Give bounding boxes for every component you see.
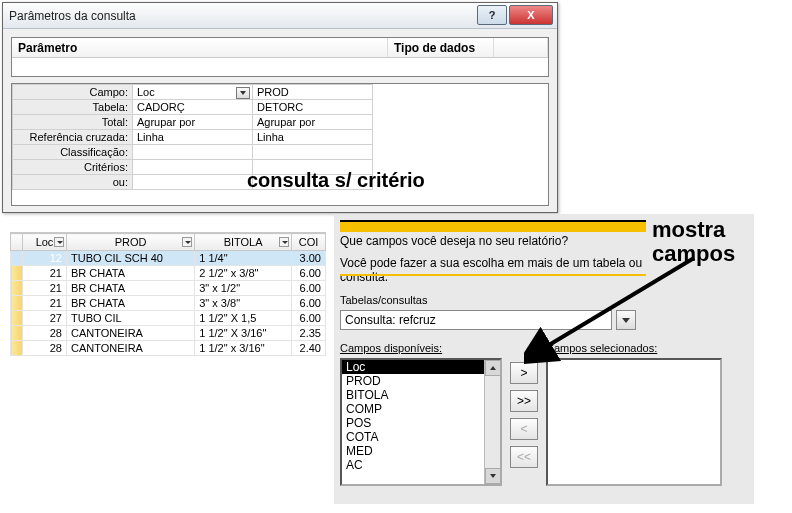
list-item[interactable]: MED (342, 444, 500, 458)
list-item[interactable]: PROD (342, 374, 500, 388)
scroll-up-icon[interactable] (485, 360, 501, 376)
cell-bitola[interactable]: 3" x 3/8" (195, 296, 292, 311)
cell-loc[interactable]: 12 (23, 251, 67, 266)
tables-combo[interactable]: Consulta: refcruz (340, 310, 612, 330)
cell-bitola[interactable]: 1 1/2" X 3/16" (195, 326, 292, 341)
annotation-text: mostra campos (652, 218, 735, 266)
cell-bitola[interactable]: 3" x 1/2" (195, 281, 292, 296)
remove-button[interactable]: < (510, 418, 538, 440)
close-button[interactable]: X (509, 5, 553, 25)
cell-prod[interactable]: TUBO CIL (67, 311, 195, 326)
scroll-down-icon[interactable] (485, 468, 501, 484)
list-item[interactable]: Loc (342, 360, 500, 374)
remove-all-button[interactable]: << (510, 446, 538, 468)
chevron-down-icon[interactable] (236, 87, 250, 99)
annotation-text: consulta s/ critério (247, 169, 425, 192)
list-item[interactable]: COMP (342, 402, 500, 416)
add-all-button[interactable]: >> (510, 390, 538, 412)
row-selector[interactable] (11, 326, 23, 341)
cell-coi[interactable]: 6.00 (292, 266, 326, 281)
cell-coi[interactable]: 3.00 (292, 251, 326, 266)
cell-coi[interactable]: 6.00 (292, 296, 326, 311)
cell-loc[interactable]: 28 (23, 341, 67, 356)
selected-fields-label: Campos selecionados: (546, 342, 657, 354)
list-item[interactable]: AC (342, 458, 500, 472)
field-cell[interactable]: PROD (253, 85, 373, 100)
col-header[interactable]: COI (292, 234, 326, 251)
row-label: Campo: (13, 85, 133, 100)
cell-coi[interactable]: 6.00 (292, 281, 326, 296)
window-title: Parâmetros da consulta (9, 9, 136, 23)
decorative-rule (340, 274, 646, 276)
parameter-grid: Parâmetro Tipo de dados (11, 37, 549, 77)
selected-fields-list[interactable] (546, 358, 722, 486)
row-selector[interactable] (11, 251, 23, 266)
tables-label: Tabelas/consultas (340, 294, 427, 306)
cell-prod[interactable]: CANTONEIRA (67, 326, 195, 341)
chevron-down-icon[interactable] (279, 237, 289, 247)
help-button[interactable]: ? (477, 5, 507, 25)
cell-prod[interactable]: TUBO CIL SCH 40 (67, 251, 195, 266)
chevron-down-icon[interactable] (182, 237, 192, 247)
cell-bitola[interactable]: 1 1/2" x 3/16" (195, 341, 292, 356)
cell-bitola[interactable]: 1 1/4" (195, 251, 292, 266)
cell-bitola[interactable]: 1 1/2" X 1,5 (195, 311, 292, 326)
row-selector[interactable] (11, 341, 23, 356)
cell-prod[interactable]: BR CHATA (67, 281, 195, 296)
datasheet[interactable]: Loc PROD BITOLA COI 12TUBO CIL SCH 401 1… (10, 232, 326, 356)
parameters-dialog: Parâmetros da consulta ? X Parâmetro Tip… (2, 2, 558, 213)
cell-loc[interactable]: 28 (23, 326, 67, 341)
titlebar: Parâmetros da consulta ? X (3, 3, 557, 29)
list-item[interactable]: BITOLA (342, 388, 500, 402)
field-cell[interactable]: Loc (133, 85, 253, 100)
row-selector[interactable] (11, 296, 23, 311)
cell-coi[interactable]: 2.40 (292, 341, 326, 356)
row-selector[interactable] (11, 281, 23, 296)
row-selector[interactable] (11, 266, 23, 281)
cell-loc[interactable]: 21 (23, 281, 67, 296)
cell-prod[interactable]: BR CHATA (67, 296, 195, 311)
col-spacer (494, 38, 548, 58)
cell-coi[interactable]: 2.35 (292, 326, 326, 341)
list-item[interactable]: COTA (342, 430, 500, 444)
cell-loc[interactable]: 27 (23, 311, 67, 326)
scrollbar[interactable] (484, 360, 500, 484)
row-selector[interactable] (11, 311, 23, 326)
cell-loc[interactable]: 21 (23, 266, 67, 281)
col-header[interactable]: PROD (67, 234, 195, 251)
chevron-down-icon[interactable] (616, 310, 636, 330)
cell-loc[interactable]: 21 (23, 296, 67, 311)
cell-bitola[interactable]: 2 1/2" x 3/8" (195, 266, 292, 281)
decorative-rule (340, 220, 646, 232)
wizard-question: Que campos você deseja no seu relatório? (340, 234, 568, 248)
chevron-down-icon[interactable] (54, 237, 64, 247)
row-selector-header (11, 234, 23, 251)
col-header[interactable]: BITOLA (195, 234, 292, 251)
col-header[interactable]: Loc (23, 234, 67, 251)
list-item[interactable]: POS (342, 416, 500, 430)
col-type-header[interactable]: Tipo de dados (388, 38, 494, 58)
available-fields-list[interactable]: LocPRODBITOLACOMPPOSCOTAMEDAC (340, 358, 502, 486)
cell-coi[interactable]: 6.00 (292, 311, 326, 326)
available-fields-label: Campos disponíveis: (340, 342, 442, 354)
add-button[interactable]: > (510, 362, 538, 384)
col-parameter-header[interactable]: Parâmetro (12, 38, 388, 58)
wizard-subtext: Você pode fazer a sua escolha em mais de… (340, 256, 650, 284)
cell-prod[interactable]: BR CHATA (67, 266, 195, 281)
cell-prod[interactable]: CANTONEIRA (67, 341, 195, 356)
